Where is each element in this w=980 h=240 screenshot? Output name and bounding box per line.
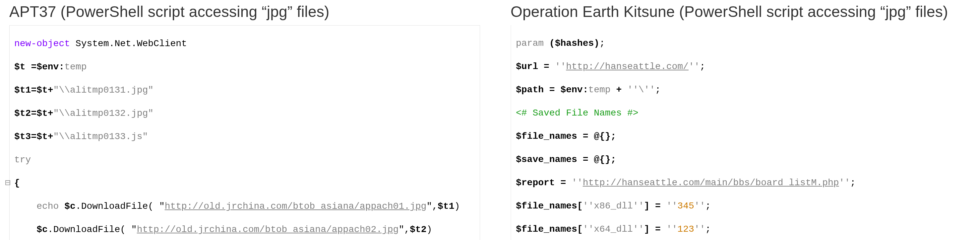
str-t1: "\\alitmp0131.jpg"	[53, 85, 153, 95]
fn1: $file_names	[516, 201, 577, 211]
comment-saved: <# Saved File Names #>	[516, 108, 638, 118]
semi3: ;	[655, 85, 661, 95]
str-t2: "\\alitmp0132.jpg"	[53, 108, 153, 118]
dl2-t: $t2	[410, 224, 426, 235]
var-url: $url	[516, 61, 538, 72]
semi-fn1: ;	[705, 201, 711, 211]
url-val[interactable]: http://hanseattle.com/	[566, 61, 689, 72]
dl2-q: "	[398, 224, 404, 235]
semi-fn2: ;	[705, 224, 711, 234]
dl1-mid: .DownloadFile( "	[76, 201, 165, 211]
right-column: Operation Earth Kitsune (PowerShell scri…	[511, 0, 975, 240]
dl1-q: "	[426, 201, 432, 211]
right-title: Operation Earth Kitsune (PowerShell scri…	[511, 3, 975, 21]
dl1-t: $t1	[438, 201, 454, 211]
right-code: param ($hashes); $url = ''http://hanseat…	[511, 25, 975, 240]
report-url[interactable]: http://hanseattle.com/main/bbs/board_lis…	[583, 178, 839, 188]
dl2-mid: .DownloadFile( "	[48, 224, 137, 235]
dl1-comma: ,	[432, 201, 438, 211]
q2r: ''	[633, 224, 644, 234]
var-c1: $c	[64, 201, 76, 211]
var-save-names: $save_names	[516, 154, 577, 165]
var-report: $report	[516, 178, 555, 188]
dl2-lead	[14, 224, 37, 235]
dl1-url[interactable]: http://old.jrchina.com/btob_asiana/appac…	[165, 201, 427, 211]
k-x86-dll: x86_dll	[594, 201, 633, 211]
eq-hash1: = @{};	[577, 131, 616, 141]
str-t3: "\\alitmp0133.js"	[53, 131, 148, 142]
q2vr: ''	[694, 224, 705, 234]
k-x64-dll: x64_dll	[594, 224, 633, 234]
var-path: $path	[516, 85, 544, 95]
fn2: $file_names	[516, 224, 577, 234]
decl-t: $t =$env:	[14, 62, 64, 72]
semi2: ;	[700, 61, 705, 72]
decl-t2: $t2=$t+	[14, 108, 53, 118]
var-c2: $c	[37, 224, 48, 235]
path-env: = $env:	[544, 85, 588, 95]
q-path-l: ''	[627, 85, 638, 95]
eq-url: =	[538, 61, 555, 72]
q2l: ''	[583, 224, 594, 234]
eq-hash2: = @{};	[577, 154, 616, 165]
v-345: 345	[677, 201, 694, 211]
dl2-url[interactable]: http://old.jrchina.com/btob_asiana/appac…	[137, 224, 399, 235]
left-title: APT37 (PowerShell script accessing “jpg”…	[9, 3, 480, 21]
decl-t3: $t3=$t+	[14, 131, 53, 142]
path-plus: +	[611, 85, 627, 95]
semi4: ;	[850, 178, 856, 188]
dl2-comma: ,	[404, 224, 410, 235]
kw-param: param	[516, 38, 549, 48]
q1vl: ''	[667, 201, 678, 211]
q1r: ''	[633, 201, 644, 211]
kw-echo: echo	[14, 201, 64, 211]
q-url-l: ''	[555, 61, 566, 72]
dl2-close: )	[426, 224, 432, 235]
q1vr: ''	[694, 201, 705, 211]
q-path-r: ''	[644, 85, 655, 95]
val-temp: temp	[64, 62, 86, 72]
decl-t1: $t1=$t+	[14, 85, 53, 95]
var-file-names: $file_names	[516, 131, 577, 141]
eq-report: =	[555, 178, 571, 188]
path-slash: \	[638, 85, 644, 95]
q1l: ''	[583, 201, 594, 211]
q-rep-r: ''	[839, 178, 850, 188]
txt-webclient: System.Net.WebClient	[70, 38, 187, 49]
q-url-r: ''	[689, 61, 700, 72]
kw-new-object: new-object	[14, 38, 70, 49]
left-column: APT37 (PowerShell script accessing “jpg”…	[9, 0, 480, 240]
v-123: 123	[677, 224, 694, 234]
path-tmp: temp	[588, 85, 610, 95]
kw-try: try	[14, 155, 31, 165]
param-hashes: ($hashes)	[549, 38, 600, 48]
brace-open: {	[14, 178, 20, 188]
dl1-close: )	[454, 201, 460, 211]
page-root: APT37 (PowerShell script accessing “jpg”…	[0, 0, 980, 240]
left-code: new-object System.Net.WebClient $t =$env…	[9, 25, 480, 240]
fold-gutter-icon[interactable]: ⊟	[5, 177, 10, 189]
q-rep-l: ''	[571, 178, 583, 188]
q2vl: ''	[667, 224, 678, 234]
semi1: ;	[600, 38, 605, 48]
